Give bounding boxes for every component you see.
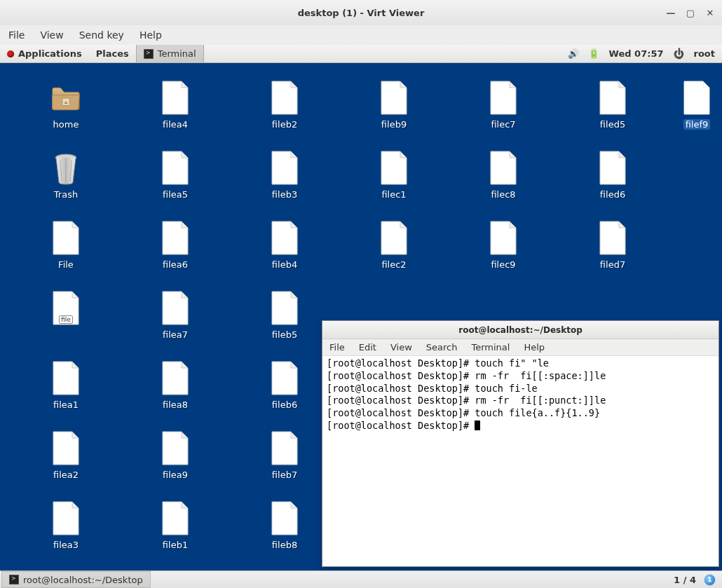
taskbar-terminal[interactable]: root@localhost:~/Desktop [1, 571, 151, 588]
desktop-icon-filec9[interactable]: filec9 [468, 220, 538, 270]
terminal-title: root@localhost:~/Desktop [458, 325, 583, 335]
icon-thumb [379, 80, 409, 116]
desktop-icon-filec2[interactable]: filec2 [359, 220, 429, 270]
panel-task-label: Terminal [158, 48, 196, 59]
panel-right: 🔊 🔋 Wed 07:57 ⏻ root [561, 48, 722, 59]
terminal-line: [root@localhost Desktop]# touch file{a..… [327, 407, 714, 420]
panel-clock[interactable]: Wed 07:57 [609, 48, 664, 59]
minimize-button[interactable]: — [666, 8, 676, 18]
icon-label: filea7 [163, 329, 188, 340]
icon-thumb [488, 150, 519, 186]
icon-label: filec8 [491, 189, 515, 200]
vm-display-area: Applications Places Terminal 🔊 🔋 Wed 07:… [0, 45, 722, 588]
desktop-icon-filec7[interactable]: filec7 [468, 80, 538, 130]
term-menu-file[interactable]: File [329, 342, 345, 353]
icon-thumb [269, 150, 300, 186]
terminal-body[interactable]: [root@localhost Desktop]# touch fi" "le[… [322, 356, 718, 566]
desktop-icon-file[interactable]: File [31, 220, 101, 270]
icon-thumb [160, 220, 191, 257]
terminal-cursor [475, 421, 480, 430]
panel-left: Applications Places Terminal [0, 45, 204, 62]
icon-thumb [50, 220, 81, 257]
icon-label: filec2 [381, 259, 406, 270]
terminal-line: [root@localhost Desktop]# rm -fr fi[[:pu… [327, 395, 714, 407]
icon-thumb [269, 360, 300, 397]
desktop-icon-fileb1[interactable]: fileb1 [140, 500, 210, 550]
icon-label: fileb5 [272, 329, 297, 340]
terminal-menubar: File Edit View Search Terminal Help [322, 339, 718, 356]
term-menu-search[interactable]: Search [426, 342, 458, 353]
desktop-icon-filed6[interactable]: filed6 [578, 150, 648, 200]
menu-file[interactable]: File [8, 29, 25, 41]
icon-label: fileb7 [272, 470, 297, 480]
desktop-icon-fileb6[interactable]: fileb6 [250, 360, 320, 410]
term-menu-edit[interactable]: Edit [359, 342, 376, 353]
icon-thumb [269, 290, 300, 327]
desktop-icon-filea5[interactable]: filea5 [140, 150, 210, 200]
desktop-icon-fileb7[interactable]: fileb7 [250, 430, 320, 480]
icon-thumb [681, 80, 712, 116]
desktop-icon-filea2[interactable]: filea2 [31, 430, 101, 480]
desktop-icon-filed7[interactable]: filed7 [578, 220, 648, 270]
panel-task-terminal[interactable]: Terminal [136, 45, 204, 62]
icon-label: filea6 [163, 259, 188, 270]
desktop-icon-fileb8[interactable]: fileb8 [250, 500, 320, 550]
desktop-icon-filea6[interactable]: filea6 [140, 220, 210, 270]
icon-thumb [488, 80, 519, 116]
desktop-icon-filea3[interactable]: filea3 [31, 500, 101, 550]
icon-thumb: file [50, 290, 81, 327]
terminal-window[interactable]: root@localhost:~/Desktop File Edit View … [322, 320, 719, 567]
battery-icon[interactable]: 🔋 [589, 48, 599, 59]
icon-thumb [50, 500, 81, 537]
places-menu[interactable]: Places [89, 48, 136, 59]
close-button[interactable]: ✕ [705, 8, 715, 18]
icon-label: filed7 [600, 259, 625, 270]
icon-thumb [160, 150, 191, 186]
desktop-icon-home[interactable]: home [31, 80, 101, 130]
terminal-titlebar[interactable]: root@localhost:~/Desktop [322, 321, 718, 339]
menu-view[interactable]: View [40, 29, 63, 41]
workspace-indicator[interactable]: 1 / 4 [674, 575, 696, 585]
desktop-icon-filea9[interactable]: filea9 [140, 430, 210, 480]
icon-label: filed5 [600, 119, 625, 130]
icon-label: filea3 [53, 540, 79, 550]
term-menu-view[interactable]: View [390, 342, 412, 353]
desktop-icon-filed5[interactable]: filed5 [578, 80, 648, 130]
desktop-icon-fileb9[interactable]: fileb9 [359, 80, 429, 130]
icon-label: filea1 [53, 399, 79, 410]
desktop-icon-filea1[interactable]: filea1 [31, 360, 101, 410]
window-controls: — ▢ ✕ [666, 8, 715, 18]
icon-label: Trash [54, 189, 78, 200]
menu-help[interactable]: Help [139, 29, 162, 41]
desktop-icon-fileb5[interactable]: fileb5 [250, 290, 320, 340]
desktop-icon-filef9[interactable]: filef9 [662, 80, 722, 130]
bottom-right: 1 / 4 1 [667, 575, 722, 585]
term-menu-terminal[interactable]: Terminal [471, 342, 510, 353]
desktop-icon-fileb2[interactable]: fileb2 [250, 80, 320, 130]
icon-thumb [160, 80, 191, 116]
maximize-button[interactable]: ▢ [686, 8, 695, 18]
desktop-icon-file[interactable]: file [31, 290, 101, 327]
desktop-icon-filea8[interactable]: filea8 [140, 360, 210, 410]
desktop[interactable]: home Trash File file filea1 filea2 filea… [0, 63, 722, 588]
power-icon[interactable]: ⏻ [674, 48, 684, 59]
notification-badge[interactable]: 1 [704, 575, 715, 585]
desktop-icon-filea4[interactable]: filea4 [140, 80, 210, 130]
desktop-icon-trash[interactable]: Trash [31, 150, 101, 200]
desktop-icon-filea7[interactable]: filea7 [140, 290, 210, 340]
volume-icon[interactable]: 🔊 [568, 48, 579, 59]
desktop-icon-filec1[interactable]: filec1 [359, 150, 429, 200]
icon-label: fileb6 [272, 399, 297, 410]
icon-label: fileb2 [272, 119, 297, 130]
desktop-icon-filec8[interactable]: filec8 [468, 150, 538, 200]
desktop-icon-fileb4[interactable]: fileb4 [250, 220, 320, 270]
term-menu-help[interactable]: Help [524, 342, 545, 353]
applications-menu[interactable]: Applications [0, 48, 89, 59]
icon-label: filec7 [491, 119, 515, 130]
panel-user[interactable]: root [694, 48, 716, 59]
desktop-icon-fileb3[interactable]: fileb3 [250, 150, 320, 200]
icon-thumb [50, 80, 81, 116]
menu-sendkey[interactable]: Send key [79, 29, 124, 41]
applications-label: Applications [18, 48, 82, 59]
window-titlebar[interactable]: desktop (1) - Virt Viewer — ▢ ✕ [0, 0, 722, 25]
